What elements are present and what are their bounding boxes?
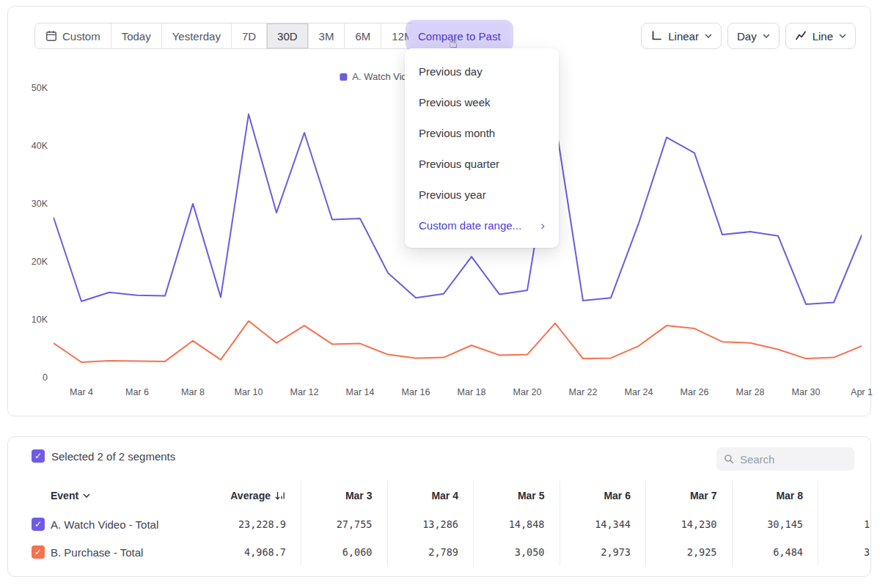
x-axis-label: Mar 20 — [504, 387, 551, 397]
x-axis-label: Apr 1 — [838, 387, 880, 397]
range-label: Custom — [62, 30, 100, 43]
chevron-down-icon — [763, 34, 770, 38]
range-label: 3M — [319, 30, 334, 43]
row-label: B. Purchase - Total — [51, 546, 143, 559]
table-cell: 15, — [818, 510, 871, 538]
table-cell: 30,145 — [733, 510, 819, 538]
interval-select[interactable]: Day — [727, 23, 780, 49]
column-header-mar-4: Mar 4 — [388, 481, 474, 510]
range-button-today[interactable]: Today — [111, 23, 162, 48]
chart-type-label: Line — [813, 30, 833, 43]
select-all-checkbox[interactable]: ✓ — [32, 449, 45, 463]
menu-item-previous-year[interactable]: Previous year — [405, 179, 559, 210]
menu-item-previous-month[interactable]: Previous month — [405, 117, 559, 148]
segments-header: ✓ Selected 2 of 2 segments — [32, 449, 175, 463]
range-label: Today — [122, 30, 151, 43]
row-checkbox[interactable]: ✓ — [32, 518, 45, 531]
menu-item-previous-quarter[interactable]: Previous quarter — [405, 148, 559, 179]
table-cell: 13,286 — [388, 510, 474, 538]
x-axis-label: Mar 6 — [114, 387, 161, 397]
interval-label: Day — [737, 30, 757, 43]
table-cell: 6,484 — [733, 538, 819, 566]
chevron-right-icon: › — [540, 219, 545, 232]
y-axis-label: 20K — [17, 257, 48, 267]
column-header-m: M — [818, 481, 871, 510]
chart-type-select[interactable]: Line — [785, 23, 856, 49]
table-cell: 14,344 — [560, 510, 647, 538]
series-b-purchase-total[interactable] — [54, 321, 862, 362]
range-button-30d[interactable]: 30D — [267, 23, 309, 48]
row-checkbox[interactable]: ✓ — [32, 545, 45, 559]
y-axis-label: 10K — [17, 315, 48, 325]
mouse-cursor: ☝ — [449, 34, 458, 51]
axis-icon — [650, 30, 662, 42]
table-cell: 6,060 — [301, 538, 388, 566]
chevron-down-icon — [705, 34, 712, 38]
chevron-down-icon — [839, 34, 846, 38]
table-cell: 2,789 — [388, 538, 474, 566]
sort-descending-icon — [275, 491, 286, 501]
table-cell: 4,968.7 — [200, 538, 301, 566]
segments-table: EventAverageMar 3Mar 4Mar 5Mar 6Mar 7Mar… — [8, 481, 871, 566]
y-axis-label: 40K — [17, 141, 48, 151]
x-axis-label: Mar 22 — [560, 387, 606, 397]
chart-controls: Linear Day Line — [641, 23, 856, 49]
date-range-control: CustomTodayYesterday7D30D3M6M12M — [34, 23, 424, 49]
search-box — [716, 447, 854, 471]
range-button-6m[interactable]: 6M — [345, 23, 381, 48]
x-axis-label: Mar 16 — [392, 387, 439, 397]
column-header-mar-8: Mar 8 — [733, 481, 819, 510]
table-cell: 14,230 — [646, 510, 733, 538]
scale-label: Linear — [668, 30, 699, 43]
column-header-mar-3: Mar 3 — [301, 481, 388, 510]
line-chart-icon — [795, 30, 807, 42]
column-header-mar-6: Mar 6 — [560, 481, 647, 510]
column-header-event[interactable]: Event — [8, 481, 200, 510]
scale-select[interactable]: Linear — [641, 23, 722, 49]
x-axis-label: Mar 28 — [727, 387, 774, 397]
x-axis-label: Mar 4 — [58, 387, 105, 397]
table-row-a-watch-video-total: ✓A. Watch Video - Total — [8, 510, 200, 538]
table-cell: 23,228.9 — [200, 510, 301, 538]
x-axis-label: Mar 24 — [615, 387, 662, 397]
column-header-mar-7: Mar 7 — [646, 481, 733, 510]
table-cell: 3, — [818, 538, 871, 566]
search-input[interactable] — [740, 453, 847, 466]
range-label: Yesterday — [172, 30, 221, 43]
compare-to-past-menu: Previous dayPrevious weekPrevious monthP… — [405, 48, 559, 248]
segments-card: ✓ Selected 2 of 2 segments EventAverageM… — [7, 436, 871, 577]
x-axis-label: Mar 18 — [448, 387, 495, 397]
x-axis-label: Mar 30 — [782, 387, 829, 397]
table-cell: 2,973 — [560, 538, 647, 566]
compare-to-past-button[interactable]: Compare to Past — [408, 23, 510, 49]
x-axis-label: Mar 12 — [281, 387, 328, 397]
table-row-b-purchase-total: ✓B. Purchase - Total — [8, 538, 200, 566]
column-header-average[interactable]: Average — [200, 481, 301, 510]
range-label: 30D — [277, 30, 298, 43]
range-label: 7D — [242, 30, 256, 43]
range-button-3m[interactable]: 3M — [309, 23, 345, 48]
x-axis-label: Mar 14 — [337, 387, 384, 397]
y-axis-label: 0 — [17, 372, 48, 383]
menu-item-previous-day[interactable]: Previous day — [405, 56, 559, 87]
range-button-custom[interactable]: Custom — [35, 23, 111, 48]
table-cell: 3,050 — [474, 538, 560, 566]
table-cell: 2,925 — [646, 538, 733, 566]
y-axis-label: 50K — [17, 83, 48, 93]
table-cell: 14,848 — [474, 510, 560, 538]
column-header-mar-5: Mar 5 — [474, 481, 560, 510]
x-axis-label: Mar 26 — [671, 387, 718, 397]
chevron-down-icon — [83, 493, 90, 498]
legend-swatch — [340, 73, 347, 81]
search-icon — [724, 453, 734, 465]
x-axis-label: Mar 8 — [169, 387, 216, 397]
x-axis-label: Mar 10 — [225, 387, 272, 397]
y-axis-label: 30K — [17, 199, 48, 209]
range-button-yesterday[interactable]: Yesterday — [162, 23, 232, 48]
range-button-7d[interactable]: 7D — [232, 23, 267, 48]
row-label: A. Watch Video - Total — [51, 518, 158, 531]
menu-item-custom-date-range[interactable]: Custom date range...› — [405, 210, 559, 240]
calendar-icon — [45, 30, 57, 42]
menu-item-previous-week[interactable]: Previous week — [405, 87, 559, 117]
table-cell: 27,755 — [301, 510, 388, 538]
